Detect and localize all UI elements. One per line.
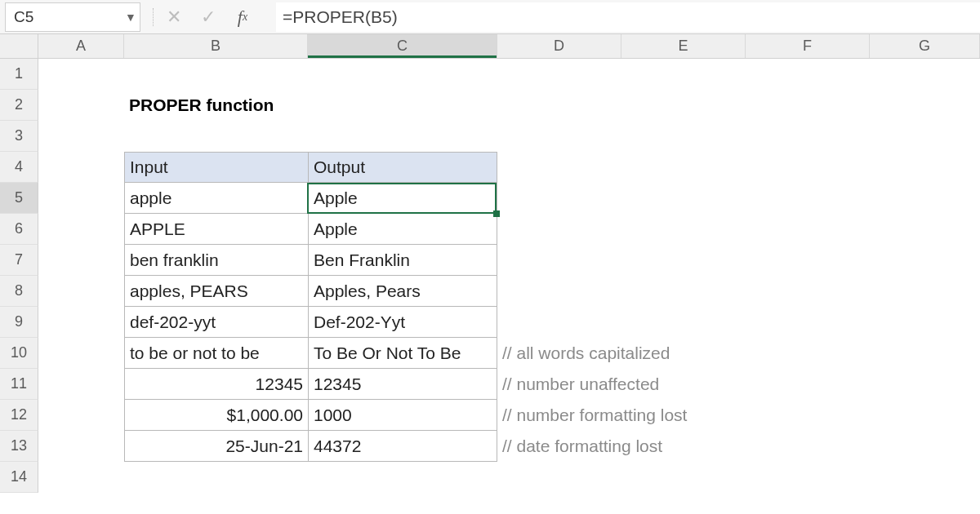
cell[interactable] <box>38 90 124 121</box>
table-cell-input[interactable]: apple <box>124 183 308 214</box>
row-header[interactable]: 5 <box>0 183 38 214</box>
cell[interactable] <box>870 90 980 121</box>
table-cell-output[interactable]: 12345 <box>308 369 497 400</box>
cell[interactable] <box>870 400 980 431</box>
cell[interactable] <box>124 121 308 152</box>
page-title[interactable]: PROPER function <box>124 90 497 121</box>
row-header[interactable]: 9 <box>0 307 38 338</box>
row-header[interactable]: 6 <box>0 214 38 245</box>
comment-cell[interactable] <box>497 307 870 338</box>
cell[interactable] <box>870 307 980 338</box>
cell[interactable] <box>870 369 980 400</box>
fill-handle[interactable] <box>493 210 500 217</box>
table-cell-output[interactable]: Apple <box>308 183 497 214</box>
cell[interactable] <box>38 369 124 400</box>
comment-cell[interactable]: // number formatting lost <box>497 400 870 431</box>
table-cell-output[interactable]: 44372 <box>308 431 497 462</box>
enter-icon[interactable]: ✓ <box>191 2 225 32</box>
cell[interactable] <box>38 152 124 183</box>
table-cell-input[interactable]: def-202-yyt <box>124 307 308 338</box>
cell[interactable] <box>621 462 746 493</box>
cell[interactable] <box>746 121 870 152</box>
cell[interactable] <box>870 245 980 276</box>
cell[interactable] <box>308 59 497 90</box>
col-header-b[interactable]: B <box>124 34 308 58</box>
row-header[interactable]: 10 <box>0 338 38 369</box>
col-header-a[interactable]: A <box>38 34 124 58</box>
cell[interactable] <box>308 462 497 493</box>
cell[interactable] <box>621 59 746 90</box>
cell[interactable] <box>38 431 124 462</box>
table-cell-output[interactable]: Apples, Pears <box>308 276 497 307</box>
table-cell-output[interactable]: 1000 <box>308 400 497 431</box>
row-header[interactable]: 12 <box>0 400 38 431</box>
cell[interactable] <box>621 152 746 183</box>
comment-cell[interactable]: // number unaffected <box>497 369 870 400</box>
name-box[interactable]: C5 ▼ <box>5 2 140 32</box>
col-header-d[interactable]: D <box>497 34 621 58</box>
cell[interactable] <box>38 462 124 493</box>
row-header[interactable]: 7 <box>0 245 38 276</box>
cell[interactable] <box>38 121 124 152</box>
cell[interactable] <box>870 214 980 245</box>
table-cell-output[interactable]: Ben Franklin <box>308 245 497 276</box>
cell[interactable] <box>124 462 308 493</box>
table-cell-output[interactable]: Def-202-Yyt <box>308 307 497 338</box>
table-header-output[interactable]: Output <box>308 152 497 183</box>
cell[interactable] <box>38 338 124 369</box>
cell[interactable] <box>746 152 870 183</box>
cell[interactable] <box>38 307 124 338</box>
row-header[interactable]: 11 <box>0 369 38 400</box>
cell[interactable] <box>870 338 980 369</box>
cell[interactable] <box>38 245 124 276</box>
table-cell-input[interactable]: ben franklin <box>124 245 308 276</box>
cell[interactable] <box>870 183 980 214</box>
cell[interactable] <box>746 59 870 90</box>
col-header-e[interactable]: E <box>621 34 746 58</box>
cell[interactable] <box>497 90 621 121</box>
cell[interactable] <box>621 121 746 152</box>
cell[interactable] <box>38 214 124 245</box>
row-header[interactable]: 2 <box>0 90 38 121</box>
cell[interactable] <box>870 431 980 462</box>
table-cell-input[interactable]: 12345 <box>124 369 308 400</box>
cell[interactable] <box>38 183 124 214</box>
cell[interactable] <box>497 152 621 183</box>
col-header-f[interactable]: F <box>746 34 870 58</box>
comment-cell[interactable]: // all words capitalized <box>497 338 870 369</box>
row-header[interactable]: 1 <box>0 59 38 90</box>
fx-icon[interactable]: fx <box>225 2 260 32</box>
cell[interactable] <box>38 59 124 90</box>
cell[interactable] <box>497 462 621 493</box>
table-cell-input[interactable]: apples, PEARS <box>124 276 308 307</box>
grid[interactable]: 1 2 PROPER function 3 <box>0 59 980 493</box>
row-header[interactable]: 14 <box>0 462 38 493</box>
row-header[interactable]: 13 <box>0 431 38 462</box>
col-header-g[interactable]: G <box>870 34 980 58</box>
comment-cell[interactable] <box>497 245 870 276</box>
col-header-c[interactable]: C <box>308 34 497 58</box>
cell[interactable] <box>870 121 980 152</box>
table-cell-output[interactable]: Apple <box>308 214 497 245</box>
cell[interactable] <box>38 276 124 307</box>
table-cell-input[interactable]: $1,000.00 <box>124 400 308 431</box>
table-cell-input[interactable]: 25-Jun-21 <box>124 431 308 462</box>
cell[interactable] <box>870 59 980 90</box>
cell[interactable] <box>870 462 980 493</box>
table-cell-input[interactable]: APPLE <box>124 214 308 245</box>
chevron-down-icon[interactable]: ▼ <box>123 11 138 24</box>
table-cell-input[interactable]: to be or not to be <box>124 338 308 369</box>
table-cell-output[interactable]: To Be Or Not To Be <box>308 338 497 369</box>
cell[interactable] <box>497 59 621 90</box>
cell[interactable] <box>870 152 980 183</box>
comment-cell[interactable] <box>497 183 870 214</box>
cancel-icon[interactable]: ✕ <box>157 2 191 32</box>
comment-cell[interactable] <box>497 214 870 245</box>
cell[interactable] <box>38 400 124 431</box>
cell[interactable] <box>124 59 308 90</box>
cell[interactable] <box>870 276 980 307</box>
cell[interactable] <box>621 90 746 121</box>
row-header[interactable]: 8 <box>0 276 38 307</box>
cell[interactable] <box>497 121 621 152</box>
formula-input[interactable]: =PROPER(B5) <box>276 2 980 32</box>
